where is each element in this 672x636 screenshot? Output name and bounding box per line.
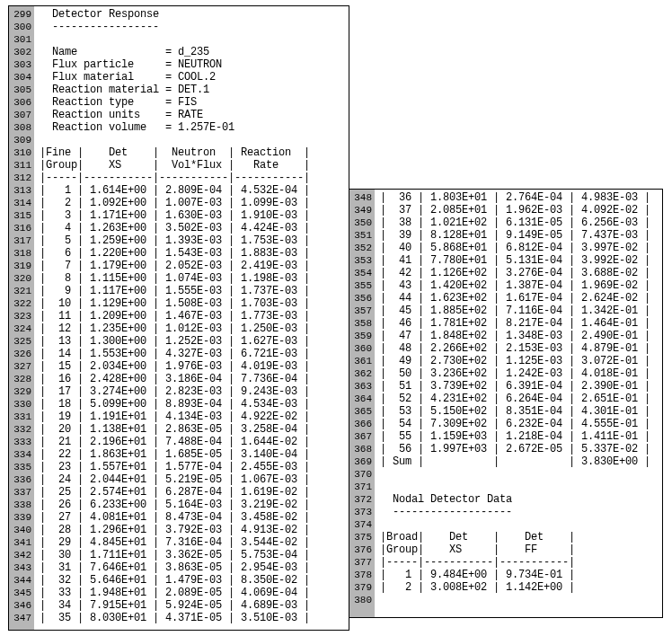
param-reaction-material: Reaction material = DET.1 bbox=[40, 84, 345, 96]
nodal-header-2: |Group| XS | FF | bbox=[380, 543, 659, 556]
fine-row-25: | 25 | 2.574E+01 | 6.287E-04 | 1.619E-02… bbox=[40, 486, 345, 499]
fine-row-24: | 24 | 2.044E+01 | 5.219E-05 | 1.067E-03… bbox=[40, 473, 345, 486]
fine-row-4: | 4 | 1.263E+00 | 3.502E-03 | 4.424E-03 … bbox=[40, 222, 345, 234]
fine-row-9: | 9 | 1.117E+00 | 1.555E-03 | 1.737E-03 … bbox=[40, 285, 345, 297]
fine-row-32: | 32 | 5.646E+01 | 1.479E-03 | 8.350E-02… bbox=[40, 574, 345, 587]
fine-row-45: | 45 | 1.885E+02 | 7.116E-04 | 1.342E-01… bbox=[380, 305, 659, 317]
fine-row-1: | 1 | 1.614E+00 | 2.809E-04 | 4.532E-04 … bbox=[40, 184, 345, 197]
fine-row-38: | 38 | 1.021E+02 | 6.131E-05 | 6.256E-03… bbox=[380, 216, 659, 229]
fine-row-50: | 50 | 3.236E+02 | 1.242E-03 | 4.018E-01… bbox=[380, 367, 659, 380]
fine-row-26: | 26 | 6.233E+00 | 5.164E-03 | 3.219E-02… bbox=[40, 499, 345, 511]
blank bbox=[380, 468, 659, 481]
fine-row-56: | 56 | 1.997E+03 | 2.672E-05 | 5.337E-02… bbox=[380, 443, 659, 455]
fine-header-rule: |-----|-----------|-----------|---------… bbox=[40, 172, 345, 184]
right-pane: 3483493503513523533543553563573583593603… bbox=[349, 189, 663, 618]
nodal-header-rule: |-----|-----------|-----------| bbox=[380, 556, 659, 569]
param-flux-particle: Flux particle = NEUTRON bbox=[40, 58, 345, 71]
fine-row-17: | 17 | 3.274E+00 | 2.823E-03 | 9.243E-03… bbox=[40, 385, 345, 398]
fine-row-23: | 23 | 1.557E+01 | 1.577E-04 | 2.455E-03… bbox=[40, 461, 345, 473]
fine-row-5: | 5 | 1.259E+00 | 1.393E-03 | 1.753E-03 … bbox=[40, 234, 345, 247]
fine-header-1: |Fine | Det | Neutron | Reaction | bbox=[40, 146, 345, 159]
section-rule: ----------------- bbox=[40, 21, 345, 33]
fine-row-54: | 54 | 7.309E+02 | 6.232E-04 | 4.555E-01… bbox=[380, 418, 659, 430]
fine-row-27: | 27 | 4.081E+01 | 8.473E-04 | 3.458E-02… bbox=[40, 511, 345, 524]
param-reaction-volume: Reaction volume = 1.257E-01 bbox=[40, 121, 345, 134]
fine-row-7: | 7 | 1.179E+00 | 2.052E-03 | 2.419E-03 … bbox=[40, 260, 345, 272]
fine-row-46: | 46 | 1.781E+02 | 8.217E-04 | 1.464E-01… bbox=[380, 317, 659, 330]
blank bbox=[380, 518, 659, 531]
nodal-header-1: |Broad| Det | Det | bbox=[380, 531, 659, 543]
fine-row-41: | 41 | 7.780E+01 | 5.131E-04 | 3.992E-02… bbox=[380, 254, 659, 267]
fine-row-53: | 53 | 5.150E+02 | 8.351E-04 | 4.301E-01… bbox=[380, 405, 659, 418]
fine-row-14: | 14 | 1.553E+00 | 4.327E-03 | 6.721E-03… bbox=[40, 348, 345, 360]
fine-sum: | Sum | | | 3.830E+00 | bbox=[380, 455, 659, 468]
fine-row-36: | 36 | 1.803E+01 | 2.764E-04 | 4.983E-03… bbox=[380, 191, 659, 204]
fine-row-35: | 35 | 8.030E+01 | 4.371E-05 | 3.510E-03… bbox=[40, 612, 345, 624]
right-line-gutter: 3483493503513523533543553563573583593603… bbox=[349, 190, 375, 617]
fine-row-6: | 6 | 1.220E+00 | 1.543E-03 | 1.883E-03 … bbox=[40, 247, 345, 260]
fine-row-33: | 33 | 1.948E+01 | 2.089E-05 | 4.069E-04… bbox=[40, 587, 345, 599]
fine-row-2: | 2 | 1.092E+00 | 1.007E-03 | 1.099E-03 … bbox=[40, 197, 345, 209]
fine-row-29: | 29 | 4.845E+01 | 7.316E-04 | 3.544E-02… bbox=[40, 536, 345, 549]
fine-row-20: | 20 | 1.138E+01 | 2.863E-05 | 3.258E-04… bbox=[40, 423, 345, 436]
fine-row-16: | 16 | 2.428E+00 | 3.186E-04 | 7.736E-04… bbox=[40, 373, 345, 385]
blank bbox=[380, 594, 659, 606]
left-pane: 2993003013023033043053063073083093103113… bbox=[8, 5, 349, 631]
fine-row-31: | 31 | 7.646E+01 | 3.863E-05 | 2.954E-03… bbox=[40, 561, 345, 574]
fine-row-39: | 39 | 8.128E+01 | 9.149E-05 | 7.437E-03… bbox=[380, 229, 659, 242]
nodal-row-2: | 2 | 3.008E+02 | 1.142E+00 | bbox=[380, 581, 659, 594]
fine-row-30: | 30 | 1.711E+01 | 3.362E-05 | 5.753E-04… bbox=[40, 549, 345, 561]
fine-row-55: | 55 | 1.159E+03 | 1.218E-04 | 1.411E-01… bbox=[380, 430, 659, 443]
fine-row-18: | 18 | 5.099E+00 | 8.893E-04 | 4.534E-03… bbox=[40, 398, 345, 411]
fine-row-8: | 8 | 1.115E+00 | 1.074E-03 | 1.198E-03 … bbox=[40, 272, 345, 285]
fine-row-11: | 11 | 1.209E+00 | 1.467E-03 | 1.773E-03… bbox=[40, 310, 345, 322]
section-title: Detector Response bbox=[40, 8, 345, 21]
left-line-gutter: 2993003013023033043053063073083093103113… bbox=[9, 6, 34, 630]
left-content: Detector Response ----------------- Name… bbox=[34, 6, 349, 630]
fine-row-12: | 12 | 1.235E+00 | 1.012E-03 | 1.250E-03… bbox=[40, 322, 345, 335]
blank bbox=[40, 33, 345, 46]
fine-row-3: | 3 | 1.171E+00 | 1.630E-03 | 1.910E-03 … bbox=[40, 209, 345, 222]
right-content: | 36 | 1.803E+01 | 2.764E-04 | 4.983E-03… bbox=[375, 190, 662, 617]
fine-row-10: | 10 | 1.129E+00 | 1.508E-03 | 1.703E-03… bbox=[40, 297, 345, 310]
param-flux-material: Flux material = COOL.2 bbox=[40, 71, 345, 84]
fine-row-43: | 43 | 1.420E+02 | 1.387E-04 | 1.969E-02… bbox=[380, 279, 659, 292]
fine-row-48: | 48 | 2.266E+02 | 2.153E-03 | 4.879E-01… bbox=[380, 342, 659, 355]
blank bbox=[380, 481, 659, 493]
fine-row-47: | 47 | 1.848E+02 | 1.348E-03 | 2.490E-01… bbox=[380, 330, 659, 342]
fine-row-51: | 51 | 3.739E+02 | 6.391E-04 | 2.390E-01… bbox=[380, 380, 659, 393]
fine-row-42: | 42 | 1.126E+02 | 3.276E-04 | 3.688E-02… bbox=[380, 267, 659, 279]
fine-row-28: | 28 | 1.296E+01 | 3.792E-03 | 4.913E-02… bbox=[40, 524, 345, 536]
param-reaction-units: Reaction units = RATE bbox=[40, 109, 345, 121]
fine-row-34: | 34 | 7.915E+01 | 5.924E-05 | 4.689E-03… bbox=[40, 599, 345, 612]
nodal-rule: ------------------- bbox=[380, 506, 659, 518]
fine-row-22: | 22 | 1.863E+01 | 1.685E-05 | 3.140E-04… bbox=[40, 448, 345, 461]
fine-row-52: | 52 | 4.231E+02 | 6.264E-04 | 2.651E-01… bbox=[380, 393, 659, 405]
fine-row-37: | 37 | 2.085E+01 | 1.962E-03 | 4.092E-02… bbox=[380, 204, 659, 216]
fine-header-2: |Group| XS | Vol*Flux | Rate | bbox=[40, 159, 345, 172]
nodal-title: Nodal Detector Data bbox=[380, 493, 659, 506]
fine-row-13: | 13 | 1.300E+00 | 1.252E-03 | 1.627E-03… bbox=[40, 335, 345, 348]
param-reaction-type: Reaction type = FIS bbox=[40, 96, 345, 109]
fine-row-15: | 15 | 2.034E+00 | 1.976E-03 | 4.019E-03… bbox=[40, 360, 345, 373]
param-name: Name = d_235 bbox=[40, 46, 345, 58]
blank bbox=[40, 134, 345, 146]
fine-row-44: | 44 | 1.623E+02 | 1.617E-04 | 2.624E-02… bbox=[380, 292, 659, 305]
fine-row-19: | 19 | 1.191E+01 | 4.134E-03 | 4.922E-02… bbox=[40, 411, 345, 423]
fine-row-21: | 21 | 2.196E+01 | 7.488E-04 | 1.644E-02… bbox=[40, 436, 345, 448]
fine-row-49: | 49 | 2.730E+02 | 1.125E-03 | 3.072E-01… bbox=[380, 355, 659, 367]
nodal-row-1: | 1 | 9.484E+00 | 9.734E-01 | bbox=[380, 569, 659, 581]
fine-row-40: | 40 | 5.868E+01 | 6.812E-04 | 3.997E-02… bbox=[380, 242, 659, 254]
